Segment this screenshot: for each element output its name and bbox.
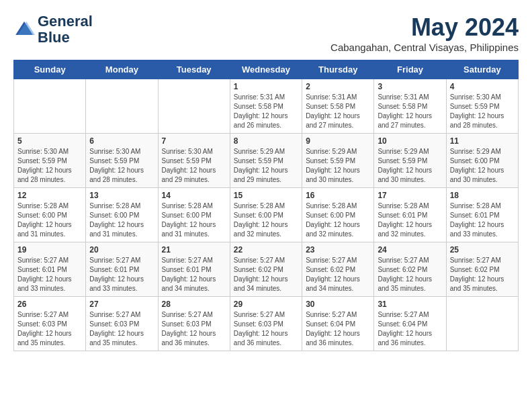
calendar-cell: 24Sunrise: 5:27 AMSunset: 6:02 PMDayligh… (374, 242, 446, 297)
day-info: Sunrise: 5:27 AMSunset: 6:01 PMDaylight:… (162, 256, 226, 293)
calendar-cell: 4Sunrise: 5:30 AMSunset: 5:59 PMDaylight… (446, 79, 518, 134)
day-number: 25 (450, 245, 515, 255)
day-number: 2 (306, 82, 370, 91)
day-number: 7 (162, 136, 226, 146)
day-info: Sunrise: 5:27 AMSunset: 6:03 PMDaylight:… (162, 310, 226, 348)
day-number: 31 (378, 300, 442, 309)
calendar-cell: 21Sunrise: 5:27 AMSunset: 6:01 PMDayligh… (158, 242, 230, 297)
calendar-table: SundayMondayTuesdayWednesdayThursdayFrid… (13, 60, 519, 351)
calendar-cell: 3Sunrise: 5:31 AMSunset: 5:58 PMDaylight… (374, 79, 446, 134)
day-info: Sunrise: 5:28 AMSunset: 6:01 PMDaylight:… (450, 201, 515, 239)
day-info: Sunrise: 5:27 AMSunset: 6:03 PMDaylight:… (89, 310, 154, 348)
calendar-cell (158, 79, 230, 134)
calendar-cell: 14Sunrise: 5:28 AMSunset: 6:00 PMDayligh… (158, 188, 230, 242)
day-info: Sunrise: 5:31 AMSunset: 5:58 PMDaylight:… (306, 93, 370, 130)
calendar-week-5: 26Sunrise: 5:27 AMSunset: 6:03 PMDayligh… (14, 297, 519, 351)
day-info: Sunrise: 5:28 AMSunset: 6:00 PMDaylight:… (89, 201, 154, 239)
day-number: 1 (234, 82, 298, 91)
day-info: Sunrise: 5:27 AMSunset: 6:02 PMDaylight:… (450, 256, 515, 293)
day-info: Sunrise: 5:29 AMSunset: 6:00 PMDaylight:… (450, 147, 515, 185)
col-header-friday: Friday (374, 60, 446, 79)
page-header: General Blue May 2024 Cabangahan, Centra… (13, 13, 519, 53)
calendar-cell: 18Sunrise: 5:28 AMSunset: 6:01 PMDayligh… (446, 188, 518, 242)
calendar-cell: 29Sunrise: 5:27 AMSunset: 6:03 PMDayligh… (230, 297, 302, 351)
day-info: Sunrise: 5:27 AMSunset: 6:03 PMDaylight:… (234, 310, 298, 348)
calendar-cell: 8Sunrise: 5:29 AMSunset: 5:59 PMDaylight… (230, 134, 302, 188)
day-info: Sunrise: 5:27 AMSunset: 6:04 PMDaylight:… (306, 310, 370, 348)
day-number: 28 (162, 300, 226, 309)
calendar-cell: 11Sunrise: 5:29 AMSunset: 6:00 PMDayligh… (446, 134, 518, 188)
day-info: Sunrise: 5:28 AMSunset: 6:00 PMDaylight:… (17, 201, 82, 239)
day-info: Sunrise: 5:28 AMSunset: 6:00 PMDaylight:… (306, 201, 370, 239)
day-number: 6 (89, 136, 154, 146)
day-info: Sunrise: 5:30 AMSunset: 5:59 PMDaylight:… (17, 147, 82, 185)
day-info: Sunrise: 5:30 AMSunset: 5:59 PMDaylight:… (89, 147, 154, 185)
day-number: 15 (234, 191, 298, 200)
day-number: 30 (306, 300, 370, 309)
day-number: 4 (450, 82, 515, 91)
calendar-cell: 25Sunrise: 5:27 AMSunset: 6:02 PMDayligh… (446, 242, 518, 297)
day-number: 27 (89, 300, 154, 309)
col-header-wednesday: Wednesday (230, 60, 302, 79)
calendar-cell: 15Sunrise: 5:28 AMSunset: 6:00 PMDayligh… (230, 188, 302, 242)
day-number: 23 (306, 245, 370, 255)
calendar-cell (446, 297, 518, 351)
col-header-sunday: Sunday (14, 60, 86, 79)
calendar-cell: 7Sunrise: 5:30 AMSunset: 5:59 PMDaylight… (158, 134, 230, 188)
logo-text: General Blue (38, 13, 93, 46)
calendar-cell: 22Sunrise: 5:27 AMSunset: 6:02 PMDayligh… (230, 242, 302, 297)
calendar-cell: 26Sunrise: 5:27 AMSunset: 6:03 PMDayligh… (14, 297, 86, 351)
day-number: 11 (450, 136, 515, 146)
page-title: May 2024 (330, 13, 519, 42)
calendar-cell: 9Sunrise: 5:29 AMSunset: 5:59 PMDaylight… (302, 134, 374, 188)
calendar-cell: 5Sunrise: 5:30 AMSunset: 5:59 PMDaylight… (14, 134, 86, 188)
day-number: 17 (378, 191, 442, 200)
calendar-cell: 31Sunrise: 5:27 AMSunset: 6:04 PMDayligh… (374, 297, 446, 351)
logo-icon (13, 19, 35, 40)
calendar-cell: 12Sunrise: 5:28 AMSunset: 6:00 PMDayligh… (14, 188, 86, 242)
calendar-header-row: SundayMondayTuesdayWednesdayThursdayFrid… (14, 60, 519, 79)
calendar-cell: 20Sunrise: 5:27 AMSunset: 6:01 PMDayligh… (86, 242, 158, 297)
calendar-cell: 27Sunrise: 5:27 AMSunset: 6:03 PMDayligh… (86, 297, 158, 351)
day-number: 19 (17, 245, 82, 255)
day-number: 5 (17, 136, 82, 146)
day-number: 24 (378, 245, 442, 255)
day-info: Sunrise: 5:29 AMSunset: 5:59 PMDaylight:… (378, 147, 442, 185)
day-number: 29 (234, 300, 298, 309)
calendar-week-2: 5Sunrise: 5:30 AMSunset: 5:59 PMDaylight… (14, 134, 519, 188)
day-number: 18 (450, 191, 515, 200)
calendar-cell: 10Sunrise: 5:29 AMSunset: 5:59 PMDayligh… (374, 134, 446, 188)
day-number: 20 (89, 245, 154, 255)
day-number: 8 (234, 136, 298, 146)
calendar-cell: 1Sunrise: 5:31 AMSunset: 5:58 PMDaylight… (230, 79, 302, 134)
day-number: 9 (306, 136, 370, 146)
title-area: May 2024 Cabangahan, Central Visayas, Ph… (330, 13, 519, 53)
calendar-cell: 23Sunrise: 5:27 AMSunset: 6:02 PMDayligh… (302, 242, 374, 297)
day-info: Sunrise: 5:27 AMSunset: 6:02 PMDaylight:… (378, 256, 442, 293)
day-number: 16 (306, 191, 370, 200)
calendar-cell: 2Sunrise: 5:31 AMSunset: 5:58 PMDaylight… (302, 79, 374, 134)
day-number: 14 (162, 191, 226, 200)
calendar-cell (86, 79, 158, 134)
calendar-cell: 13Sunrise: 5:28 AMSunset: 6:00 PMDayligh… (86, 188, 158, 242)
day-info: Sunrise: 5:27 AMSunset: 6:01 PMDaylight:… (89, 256, 154, 293)
calendar-cell: 30Sunrise: 5:27 AMSunset: 6:04 PMDayligh… (302, 297, 374, 351)
day-number: 13 (89, 191, 154, 200)
day-info: Sunrise: 5:29 AMSunset: 5:59 PMDaylight:… (234, 147, 298, 185)
day-info: Sunrise: 5:30 AMSunset: 5:59 PMDaylight:… (162, 147, 226, 185)
day-number: 3 (378, 82, 442, 91)
day-number: 22 (234, 245, 298, 255)
day-info: Sunrise: 5:28 AMSunset: 6:01 PMDaylight:… (378, 201, 442, 239)
logo: General Blue (13, 13, 93, 46)
calendar-cell: 28Sunrise: 5:27 AMSunset: 6:03 PMDayligh… (158, 297, 230, 351)
day-info: Sunrise: 5:27 AMSunset: 6:03 PMDaylight:… (17, 310, 82, 348)
day-info: Sunrise: 5:27 AMSunset: 6:02 PMDaylight:… (306, 256, 370, 293)
calendar-cell: 16Sunrise: 5:28 AMSunset: 6:00 PMDayligh… (302, 188, 374, 242)
calendar-week-4: 19Sunrise: 5:27 AMSunset: 6:01 PMDayligh… (14, 242, 519, 297)
day-info: Sunrise: 5:27 AMSunset: 6:01 PMDaylight:… (17, 256, 82, 293)
day-number: 10 (378, 136, 442, 146)
page-subtitle: Cabangahan, Central Visayas, Philippines (330, 42, 519, 53)
col-header-thursday: Thursday (302, 60, 374, 79)
calendar-cell: 19Sunrise: 5:27 AMSunset: 6:01 PMDayligh… (14, 242, 86, 297)
calendar-week-3: 12Sunrise: 5:28 AMSunset: 6:00 PMDayligh… (14, 188, 519, 242)
